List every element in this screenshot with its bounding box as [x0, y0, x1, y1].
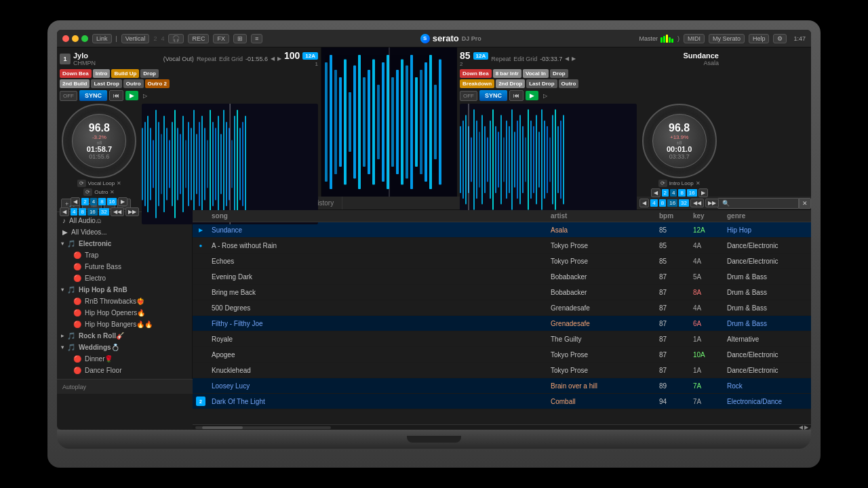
deck-2-beat-32[interactable]: 32	[679, 199, 689, 207]
cue-down-beat-btn[interactable]: Down Bea	[60, 69, 92, 78]
deck-2-beat-2[interactable]: 2	[662, 189, 669, 197]
deck-1-snap-icon[interactable]: ⊙	[96, 218, 102, 224]
sidebar-section-hiphop[interactable]: ▾ 🎵 Hip Hop & RnB	[57, 284, 192, 296]
deck-2-sync-btn[interactable]: SYNC	[479, 90, 507, 101]
deck-1-beat-left[interactable]: ◀◀	[111, 207, 124, 216]
deck-2-cue-vocal[interactable]: Vocal In	[523, 69, 549, 78]
table-row[interactable]: Knucklehead Tokyo Prose 87 1A Dance/Elec…	[193, 363, 811, 378]
deck-2-cue-outro[interactable]: Outro	[559, 79, 579, 88]
table-row[interactable]: Apogee Tokyo Prose 87 10A Dance/Electron…	[193, 347, 811, 363]
grid-view-button[interactable]: ⊞	[233, 34, 247, 43]
deck-1-beat-4b[interactable]: 4	[71, 208, 77, 216]
midi-button[interactable]: MIDI	[684, 34, 705, 43]
cue-outro-btn[interactable]: Outro	[123, 79, 144, 88]
deck-1-beat-next[interactable]: ▶	[118, 197, 127, 206]
cue-build-btn[interactable]: Build Up	[111, 69, 139, 78]
deck-1-beat-right[interactable]: ▶▶	[125, 207, 139, 216]
header-artist[interactable]: artist	[551, 212, 659, 220]
table-row[interactable]: Echoes Tokyo Prose 85 4A Dance/Electroni…	[193, 253, 811, 269]
deck-2-cue-breakdown[interactable]: Breakdown	[460, 79, 494, 88]
deck-1-beat-prev[interactable]: ◀	[71, 197, 80, 206]
sidebar-item-hiphop-openers[interactable]: 🔴 Hip Hop Openers🔥	[68, 307, 192, 319]
deck-1-beat-2[interactable]: 2	[81, 198, 88, 205]
deck-2-cue-drop[interactable]: Drop	[550, 69, 568, 78]
cue-intro-btn[interactable]: Intro	[93, 69, 111, 78]
deck-1-sync-btn[interactable]: SYNC	[79, 90, 107, 101]
bottom-scrollbar[interactable]: ◀ ▶	[193, 424, 811, 430]
header-song[interactable]: song	[212, 212, 551, 220]
deck-2-cue-last[interactable]: Last Drop	[526, 79, 557, 88]
deck-2-loop-close[interactable]: ✕	[696, 180, 701, 186]
table-row[interactable]: ▶ Sundance Asala 85 12A Hip Hop	[193, 222, 811, 238]
scroll-right-icon[interactable]: ▶	[804, 424, 808, 430]
deck-1-beat-4[interactable]: 4	[90, 198, 97, 205]
deck-1-beat-16[interactable]: 16	[107, 198, 117, 205]
link-button[interactable]: Link	[92, 34, 112, 43]
deck-2-cue-8bar[interactable]: 8 bar Intr	[493, 69, 521, 78]
deck-2-beat-8b[interactable]: 8	[659, 199, 666, 207]
sidebar-item-hiphop-bangers[interactable]: 🔴 Hip Hop Bangers🔥🔥	[68, 319, 192, 330]
settings-icon[interactable]: ⚙	[773, 34, 787, 43]
deck-2-beat-16b[interactable]: 16	[667, 199, 677, 207]
headphones-icon[interactable]: 🎧	[168, 34, 184, 43]
deck-1-nav-left[interactable]: ◀	[271, 56, 275, 62]
sidebar-item-future-bass[interactable]: 🔴 Future Bass	[68, 261, 192, 272]
deck-2-beat-16[interactable]: 16	[687, 189, 697, 197]
deck-2-off-btn[interactable]: OFF	[460, 91, 477, 101]
table-row[interactable]: Bring me Back Bobabacker 87 8A Drum & Ba…	[193, 285, 811, 300]
cue-outro2-btn[interactable]: Outro 2	[145, 79, 170, 88]
deck-2-beat-4b[interactable]: 4	[650, 199, 657, 207]
deck-1-beat-32[interactable]: 32	[99, 208, 109, 216]
maximize-icon[interactable]	[81, 35, 88, 42]
deck-1-beat-8b[interactable]: 8	[79, 208, 85, 216]
deck-2-play-btn[interactable]: ▶	[526, 91, 538, 100]
deck-1-off-btn[interactable]: OFF	[60, 91, 77, 101]
deck-2-beat-8[interactable]: 8	[678, 189, 685, 197]
rec-button[interactable]: REC	[188, 34, 209, 43]
sidebar-section-rock[interactable]: ▸ 🎵 Rock n Roll🎸	[57, 330, 192, 342]
header-genre[interactable]: genre	[727, 212, 808, 220]
deck-2-beat-next[interactable]: ▶	[698, 188, 708, 197]
table-row[interactable]: Evening Dark Bobabacker 87 5A Drum & Bas…	[193, 269, 811, 285]
deck-2-cue-2nd[interactable]: 2nd Drop	[496, 79, 525, 88]
table-row[interactable]: Filthy - Filthy Joe Grenadesafe 87 6A Dr…	[193, 316, 811, 331]
help-button[interactable]: Help	[749, 34, 770, 43]
sidebar-section-electronic[interactable]: ▾ 🎵 Electronic	[57, 238, 192, 249]
cue-last-btn[interactable]: Last Drop	[91, 79, 121, 88]
layout-button[interactable]: ≡	[251, 34, 262, 43]
deck-1-platter[interactable]: 96.8 -3.2% ±8 01:58.7 01:55.6	[62, 104, 136, 178]
deck-1-rewind-btn[interactable]: ⏮	[109, 90, 123, 101]
header-bpm[interactable]: bpm	[659, 212, 693, 220]
vertical-button[interactable]: Vertical	[121, 34, 150, 43]
deck-1-loop-close[interactable]: ✕	[117, 180, 121, 186]
deck-1-play-btn[interactable]: ▶	[125, 91, 138, 100]
sidebar-item-electro[interactable]: 🔴 Electro	[68, 272, 192, 284]
deck-2-nav-right[interactable]: ▶	[572, 56, 576, 62]
deck-2-beat-4[interactable]: 4	[670, 189, 677, 197]
table-row[interactable]: 2 Dark Of The Light Comball 94 7A Electr…	[193, 394, 811, 409]
sidebar-item-trap[interactable]: 🔴 Trap	[68, 249, 192, 261]
deck-2-beat-prev[interactable]: ◀	[651, 188, 660, 197]
deck-2-platter[interactable]: 96.8 +13.9% ±8 00:01.0 03:33.7	[642, 104, 717, 178]
deck-2-rewind-btn[interactable]: ⏮	[509, 90, 524, 101]
sidebar-item-dance-floor[interactable]: 🔴 Dance Floor	[68, 365, 192, 376]
sidebar-item-rnb[interactable]: 🔴 RnB Throwbacks❤️‍🔥	[68, 296, 192, 307]
table-row[interactable]: ● A - Rose without Rain Tokyo Prose 85 4…	[193, 238, 811, 253]
my-serato-button[interactable]: My Serato	[709, 34, 745, 43]
cue-drop-btn[interactable]: Drop	[140, 69, 159, 78]
deck-1-beat-16b[interactable]: 16	[87, 208, 98, 216]
table-row[interactable]: 500 Degrees Grenadesafe 87 4A Drum & Bas…	[193, 300, 811, 316]
close-icon[interactable]	[62, 35, 69, 42]
fx-button[interactable]: FX	[213, 34, 229, 43]
deck-1-nav-right[interactable]: ▶	[277, 56, 281, 62]
header-key[interactable]: key	[693, 212, 727, 220]
deck-1-outro-close[interactable]: ✕	[110, 189, 115, 195]
deck-2-nav-left[interactable]: ◀	[565, 56, 569, 62]
deck-2-cue-down-beat[interactable]: Down Bea	[460, 69, 492, 78]
deck-2-beat-left[interactable]: ◀◀	[690, 199, 704, 207]
table-row[interactable]: Loosey Lucy Brain over a hill 89 7A Rock	[193, 378, 811, 394]
deck-1-beat-prev2[interactable]: ◀	[60, 207, 69, 216]
deck-2-beat-right[interactable]: ▶▶	[705, 199, 719, 207]
search-close-btn[interactable]: ✕	[799, 198, 811, 209]
scroll-left-icon[interactable]: ◀	[799, 424, 803, 430]
